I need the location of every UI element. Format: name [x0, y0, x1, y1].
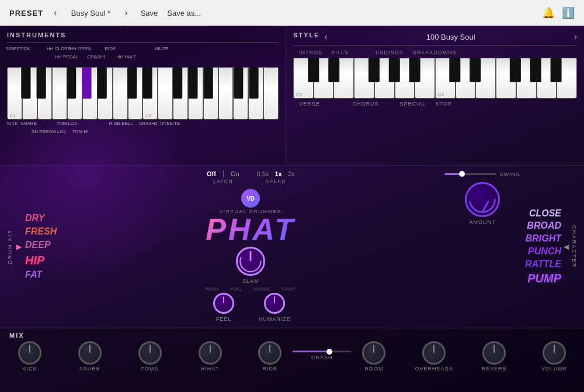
- toms-knob[interactable]: [138, 341, 162, 365]
- feel-knob[interactable]: [213, 293, 234, 314]
- bell-icon[interactable]: 🔔: [542, 6, 555, 19]
- character-arrow[interactable]: ◀: [564, 243, 569, 251]
- crash-slider[interactable]: [293, 351, 351, 352]
- prev-preset-button[interactable]: ‹: [50, 6, 60, 19]
- char-bright[interactable]: BRIGHT: [525, 233, 561, 245]
- white-key-10[interactable]: [142, 67, 158, 120]
- slam-knob[interactable]: [236, 247, 265, 276]
- style-white-key-9[interactable]: [456, 58, 476, 99]
- white-key-15[interactable]: [218, 67, 234, 120]
- prev-style-button[interactable]: ‹: [324, 32, 327, 42]
- style-white-key-5[interactable]: [374, 58, 395, 99]
- style-endings[interactable]: ENDINGS: [376, 50, 404, 55]
- white-key-13[interactable]: [188, 67, 203, 120]
- snare-label: SNARE: [79, 366, 100, 372]
- style-intros[interactable]: INTROS: [299, 50, 322, 55]
- overheads-knob[interactable]: [422, 341, 446, 365]
- next-preset-button[interactable]: ›: [121, 6, 131, 19]
- white-key-5[interactable]: [67, 67, 82, 120]
- char-rattle[interactable]: RATTLE: [525, 258, 561, 271]
- label-unmute: UNMUTE: [160, 121, 180, 127]
- style-fills[interactable]: FILLS: [332, 50, 349, 55]
- feel-sub-labels: PUSH PULL: [206, 286, 242, 292]
- white-key-17[interactable]: [248, 67, 263, 120]
- style-white-key-10[interactable]: [475, 58, 496, 99]
- pull-label: PULL: [230, 286, 242, 292]
- speed-half[interactable]: 0,5x: [257, 170, 269, 177]
- style-white-key-2[interactable]: [314, 58, 334, 99]
- humanize-knob[interactable]: [264, 293, 285, 314]
- label-mute: MUTE: [155, 46, 169, 52]
- kick-knob[interactable]: [18, 341, 41, 365]
- char-broad[interactable]: BROAD: [525, 220, 561, 232]
- next-style-button[interactable]: ›: [574, 32, 577, 42]
- style-white-key-12[interactable]: [516, 58, 537, 99]
- white-key-12[interactable]: [173, 67, 188, 120]
- room-knob[interactable]: [362, 341, 385, 365]
- style-white-key-14[interactable]: [557, 58, 577, 99]
- style-name: 100 Busy Soul: [332, 33, 569, 41]
- white-key-4[interactable]: [52, 67, 67, 120]
- white-key-18[interactable]: [263, 67, 279, 120]
- snare-knob[interactable]: [78, 341, 102, 365]
- char-close[interactable]: CLOSE: [525, 208, 561, 220]
- white-key-3[interactable]: [37, 67, 53, 120]
- swing-slider[interactable]: [444, 173, 496, 175]
- hihat-knob[interactable]: [199, 341, 222, 365]
- crash-label: CRASH: [311, 355, 333, 360]
- ride-label: RIDE: [263, 366, 278, 372]
- style-special[interactable]: SPECIAL: [400, 101, 426, 107]
- style-stop[interactable]: STOP: [436, 101, 452, 107]
- white-key-8[interactable]: [113, 67, 128, 120]
- white-key-14[interactable]: [203, 67, 218, 120]
- speed-label: SPEED: [265, 178, 286, 184]
- mix-hihat: HIHAT: [190, 341, 231, 372]
- latch-off[interactable]: Off: [207, 170, 216, 177]
- swing-label: SWING: [500, 172, 521, 177]
- white-key-6[interactable]: [82, 67, 98, 120]
- style-verse[interactable]: VERSE: [299, 101, 320, 107]
- swing-row: SWING: [444, 170, 520, 177]
- style-white-key-6[interactable]: [395, 58, 415, 99]
- white-key-7[interactable]: [98, 67, 113, 120]
- amount-knob[interactable]: [465, 182, 500, 217]
- char-pump[interactable]: PUMP: [525, 271, 561, 286]
- style-breakdowns[interactable]: BREAKDOWNS: [413, 50, 457, 55]
- style-white-key-11[interactable]: [496, 58, 516, 99]
- drum-kit-deep[interactable]: DEEP: [25, 239, 57, 251]
- save-button[interactable]: Save: [141, 9, 158, 18]
- char-punch[interactable]: PUNCH: [525, 246, 561, 258]
- latch-on[interactable]: On: [231, 170, 239, 177]
- info-icon[interactable]: ℹ️: [562, 6, 575, 19]
- mix-snare: SNARE: [69, 341, 110, 372]
- drum-kit-dry[interactable]: DRY: [25, 212, 57, 225]
- reverb-knob[interactable]: [482, 341, 506, 365]
- drum-kit-fresh[interactable]: FRESH: [25, 226, 57, 238]
- save-as-button[interactable]: Save as...: [167, 9, 201, 18]
- volume-knob[interactable]: [543, 341, 566, 365]
- style-white-key-13[interactable]: [537, 58, 557, 99]
- hihat-label: HIHAT: [201, 366, 219, 372]
- drum-kit-arrow[interactable]: ▶: [16, 243, 22, 251]
- white-key-1[interactable]: [7, 67, 22, 120]
- style-white-key-7[interactable]: [415, 58, 435, 99]
- mix-overheads: OVERHEADS: [413, 341, 454, 372]
- label-hh-close: HH CLOSE: [47, 46, 71, 52]
- center-column: Off On LATCH 0,5x 1x 2x SPEED: [61, 170, 440, 323]
- speed-2x[interactable]: 2x: [288, 170, 295, 177]
- style-white-key-4[interactable]: [354, 58, 374, 99]
- style-chorus[interactable]: CHORUS: [353, 101, 379, 107]
- white-key-11[interactable]: [158, 67, 173, 120]
- speed-1x[interactable]: 1x: [274, 170, 281, 177]
- ride-knob[interactable]: [258, 341, 281, 365]
- white-key-9[interactable]: [128, 67, 143, 120]
- loose-label: LOOSE: [253, 286, 270, 292]
- white-key-16[interactable]: [233, 67, 248, 120]
- drum-kit-fat[interactable]: FAT: [25, 269, 57, 281]
- white-key-2[interactable]: [22, 67, 37, 120]
- drum-kit-hip[interactable]: HIP: [25, 253, 57, 268]
- label-hh-open: HH OPEN: [69, 46, 91, 52]
- swing-amount-column: SWING AMOUNT: [444, 170, 520, 323]
- feel-section: PUSH PULL FEEL: [206, 286, 242, 322]
- style-white-key-3[interactable]: [333, 58, 354, 99]
